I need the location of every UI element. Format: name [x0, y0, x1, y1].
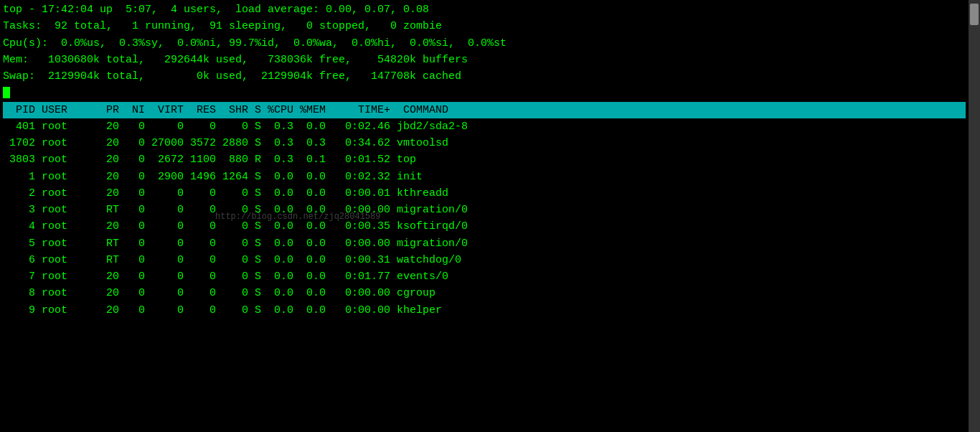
table-row: 1 root 20 0 2900 1496 1264 S 0.0 0.0 0:0… — [3, 169, 966, 185]
table-row: 8 root 20 0 0 0 0 S 0.0 0.0 0:00.00 cgro… — [3, 285, 966, 301]
scrollbar-thumb[interactable] — [970, 4, 979, 25]
table-row: 3803 root 20 0 2672 1100 880 R 0.3 0.1 0… — [3, 151, 966, 168]
table-row: 6 root RT 0 0 0 0 S 0.0 0.0 0:00.31 watc… — [3, 252, 966, 268]
header-line-3: Cpu(s): 0.0%us, 0.3%sy, 0.0%ni, 99.7%id,… — [3, 35, 966, 52]
cursor-line — [3, 85, 966, 101]
process-list: 401 root 20 0 0 0 0 S 0.3 0.0 0:02.46 jb… — [3, 118, 966, 319]
table-row: 4 root 20 0 0 0 0 S 0.0 0.0 0:00.35 ksof… — [3, 218, 966, 235]
scrollbar[interactable] — [969, 0, 980, 432]
cursor-block — [3, 87, 10, 98]
table-row: 401 root 20 0 0 0 0 S 0.3 0.0 0:02.46 jb… — [3, 118, 966, 135]
table-row: 1702 root 20 0 27000 3572 2880 S 0.3 0.3… — [3, 135, 966, 151]
table-row: 5 root RT 0 0 0 0 S 0.0 0.0 0:00.00 migr… — [3, 235, 966, 252]
table-row: 7 root 20 0 0 0 0 S 0.0 0.0 0:01.77 even… — [3, 268, 966, 285]
table-row: 2 root 20 0 0 0 0 S 0.0 0.0 0:00.01 kthr… — [3, 185, 966, 202]
header-line-5: Swap: 2129904k total, 0k used, 2129904k … — [3, 68, 966, 85]
header-line-1: top - 17:42:04 up 5:07, 4 users, load av… — [3, 1, 966, 18]
header-line-2: Tasks: 92 total, 1 running, 91 sleeping,… — [3, 18, 966, 34]
table-header: PID USER PR NI VIRT RES SHR S %CPU %MEM … — [3, 102, 966, 118]
terminal: top - 17:42:04 up 5:07, 4 users, load av… — [0, 0, 969, 432]
table-row: 9 root 20 0 0 0 0 S 0.0 0.0 0:00.00 khel… — [3, 302, 966, 319]
table-row: 3 root RT 0 0 0 0 S 0.0 0.0 0:00.00 migr… — [3, 202, 966, 218]
header-line-4: Mem: 1030680k total, 292644k used, 73803… — [3, 52, 966, 68]
